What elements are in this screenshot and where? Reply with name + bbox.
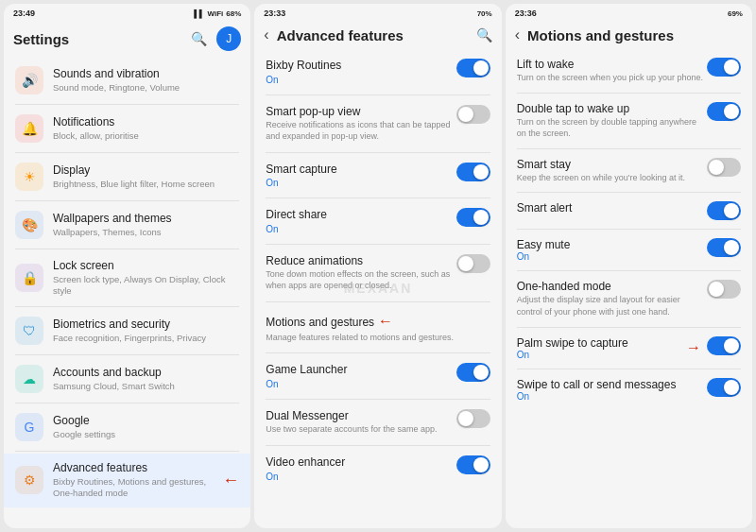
accounts-title: Accounts and backup xyxy=(53,366,239,381)
swipe-call-text: Swipe to call or send messages On xyxy=(517,378,707,402)
settings-item-google[interactable]: G Google Google settings xyxy=(4,405,250,449)
settings-item-wallpapers[interactable]: 🎨 Wallpapers and themes Wallpapers, Them… xyxy=(4,203,250,247)
settings-topbar-icons: 🔍 J xyxy=(191,26,241,51)
motion-item-double-tap[interactable]: Double tap to wake up Turn on the screen… xyxy=(506,95,752,146)
adv-item-smart-capture[interactable]: Smart capture On xyxy=(254,155,501,197)
settings-item-sounds[interactable]: 🔊 Sounds and vibration Sound mode, Ringt… xyxy=(4,59,250,102)
motion-divider-5 xyxy=(517,327,741,328)
adv-item-bixby[interactable]: Bixby Routines On xyxy=(254,51,501,93)
divider-6 xyxy=(15,403,239,403)
motion-item-lift-wake[interactable]: Lift to wake Turn on the screen when you… xyxy=(506,51,752,91)
toggle-knob-one-handed xyxy=(709,282,724,297)
motion-divider-1 xyxy=(517,148,741,149)
toggle-knob-game-launcher xyxy=(473,365,489,380)
lift-wake-subtitle: Turn on the screen when you pick up your… xyxy=(517,72,707,84)
adv-divider-2 xyxy=(266,197,490,198)
toggle-smart-stay[interactable] xyxy=(707,158,741,177)
toggle-bixby[interactable] xyxy=(456,59,490,77)
motion-item-smart-stay[interactable]: Smart stay Keep the screen on while you'… xyxy=(506,151,752,191)
avatar[interactable]: J xyxy=(216,26,241,51)
bixby-title: Bixby Routines xyxy=(266,59,455,74)
adv-item-game-launcher[interactable]: Game Launcher On xyxy=(254,355,501,397)
advanced-text: Advanced features Bixby Routines, Motion… xyxy=(53,461,222,499)
status-icons-3: 69% xyxy=(728,9,743,18)
avatar-letter: J xyxy=(226,32,232,45)
notifications-icon: 🔔 xyxy=(15,114,43,143)
motions-text: Motions and gestures ← Manage features r… xyxy=(266,312,490,343)
time-2: 23:33 xyxy=(264,9,285,18)
settings-item-lockscreen[interactable]: 🔒 Lock screen Screen lock type, Always O… xyxy=(4,251,250,304)
advanced-title: Advanced features xyxy=(53,461,222,476)
smart-stay-title: Smart stay xyxy=(517,158,707,171)
toggle-swipe-call[interactable] xyxy=(707,378,741,397)
swipe-call-status: On xyxy=(517,391,707,402)
search-icon-2[interactable]: 🔍 xyxy=(476,27,492,43)
motion-item-smart-alert[interactable]: Smart alert xyxy=(506,195,752,227)
search-icon[interactable]: 🔍 xyxy=(191,31,207,46)
accounts-text: Accounts and backup Samsung Cloud, Smart… xyxy=(53,366,239,392)
smart-stay-subtitle: Keep the screen on while you're looking … xyxy=(517,172,707,184)
back-button-2[interactable]: ‹ xyxy=(515,26,520,43)
toggle-game-launcher[interactable] xyxy=(456,363,490,382)
adv-item-video-enhancer[interactable]: Video enhancer On xyxy=(254,448,501,489)
sounds-subtitle: Sound mode, Ringtone, Volume xyxy=(53,82,239,94)
advanced-subtitle: Bixby Routines, Motions and gestures, On… xyxy=(53,476,222,500)
motion-item-one-handed[interactable]: One-handed mode Adjust the display size … xyxy=(506,273,752,324)
adv-divider-1 xyxy=(266,152,490,153)
settings-list: 🔊 Sounds and vibration Sound mode, Ringt… xyxy=(4,55,250,528)
toggle-knob-swipe-call xyxy=(724,380,739,395)
settings-topbar: Settings 🔍 J xyxy=(4,21,250,55)
toggle-smart-capture[interactable] xyxy=(456,163,490,181)
settings-item-display[interactable]: ☀ Display Brightness, Blue light filter,… xyxy=(4,155,250,198)
toggle-direct-share[interactable] xyxy=(456,208,490,227)
toggle-double-tap[interactable] xyxy=(707,102,741,121)
toggle-easy-mute[interactable] xyxy=(707,238,741,257)
bixby-status: On xyxy=(266,75,455,85)
motion-divider-4 xyxy=(517,270,741,271)
adv-item-direct-share[interactable]: Direct share On xyxy=(254,200,501,242)
double-tap-text: Double tap to wake up Turn on the screen… xyxy=(517,102,707,140)
settings-item-accounts[interactable]: ☁ Accounts and backup Samsung Cloud, Sma… xyxy=(4,357,250,401)
smart-alert-text: Smart alert xyxy=(517,201,707,215)
toggle-knob-smart-popup xyxy=(458,107,473,122)
settings-item-advanced[interactable]: ⚙ Advanced features Bixby Routines, Moti… xyxy=(4,454,250,506)
biometrics-title: Biometrics and security xyxy=(53,317,239,333)
adv-item-reduce-anim[interactable]: Reduce animations Tone down motion effec… xyxy=(254,247,501,300)
one-handed-text: One-handed mode Adjust the display size … xyxy=(517,280,707,317)
lift-wake-title: Lift to wake xyxy=(517,58,707,71)
toggle-palm-swipe[interactable] xyxy=(707,336,741,355)
motion-item-palm-swipe[interactable]: Palm swipe to capture On → xyxy=(506,330,752,367)
toggle-one-handed[interactable] xyxy=(707,280,741,299)
adv-item-dual-messenger[interactable]: Dual Messenger Use two separate accounts… xyxy=(254,402,501,443)
lift-wake-text: Lift to wake Turn on the screen when you… xyxy=(517,58,707,84)
time-1: 23:49 xyxy=(13,9,35,18)
toggle-video-enhancer[interactable] xyxy=(456,455,490,474)
google-title: Google xyxy=(53,414,239,429)
display-text: Display Brightness, Blue light filter, H… xyxy=(53,163,239,190)
divider-5 xyxy=(15,354,239,355)
toggle-knob-smart-capture xyxy=(473,164,489,180)
settings-item-biometrics[interactable]: 🛡 Biometrics and security Face recogniti… xyxy=(4,309,250,352)
adv-item-smart-popup[interactable]: Smart pop-up view Receive notifications … xyxy=(254,97,501,150)
reduce-anim-text: Reduce animations Tone down motion effec… xyxy=(266,254,455,292)
motion-item-swipe-call[interactable]: Swipe to call or send messages On xyxy=(506,371,752,408)
signal-icon: ▌▌ xyxy=(194,9,204,18)
settings-item-notifications[interactable]: 🔔 Notifications Block, allow, prioritise xyxy=(4,107,250,150)
reduce-anim-subtitle: Tone down motion effects on the screen, … xyxy=(266,269,455,291)
motion-item-easy-mute[interactable]: Easy mute On xyxy=(506,232,752,268)
lockscreen-title: Lock screen xyxy=(53,259,239,274)
toggle-knob-easy-mute xyxy=(724,240,739,255)
wifi-icon: WiFi xyxy=(208,9,224,18)
toggle-lift-wake[interactable] xyxy=(707,58,741,77)
back-button-1[interactable]: ‹ xyxy=(264,26,268,43)
adv-item-motions[interactable]: Motions and gestures ← Manage features r… xyxy=(254,304,501,351)
toggle-dual-messenger[interactable] xyxy=(456,409,490,428)
toggle-smart-alert[interactable] xyxy=(707,201,741,220)
toggle-reduce-anim[interactable] xyxy=(456,254,490,273)
toggle-smart-popup[interactable] xyxy=(456,105,490,124)
smart-capture-status: On xyxy=(266,178,455,188)
sounds-title: Sounds and vibration xyxy=(53,67,239,82)
advanced-topbar: ‹ Advanced features 🔍 xyxy=(254,21,501,47)
double-tap-title: Double tap to wake up xyxy=(517,102,707,115)
toggle-knob-video-enhancer xyxy=(473,457,489,472)
